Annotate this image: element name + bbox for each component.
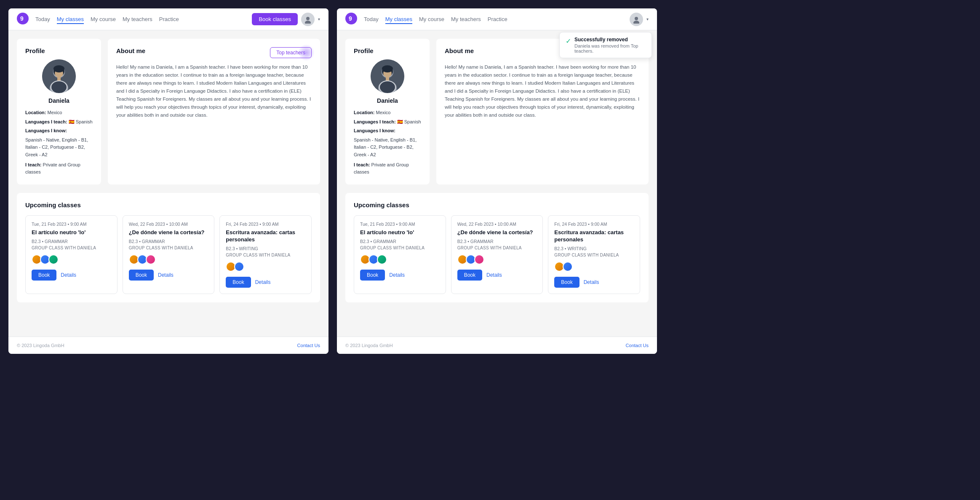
details-link[interactable]: Details xyxy=(158,272,174,278)
profile-name: Daniela xyxy=(354,97,421,104)
class-item: Fri, 24 Feb 2023 • 9:00 AMEscritura avan… xyxy=(548,215,640,294)
class-name: El artículo neutro 'lo' xyxy=(32,229,111,236)
book-class-button[interactable]: Book xyxy=(129,270,154,281)
about-text: Hello! My name is Daniela, I am a Spanis… xyxy=(116,63,312,119)
class-date: Fri, 24 Feb 2023 • 9:00 AM xyxy=(554,222,634,227)
toast-body: Successfully removedDaniela was removed … xyxy=(574,37,646,53)
toast-message: Daniela was removed from Top teachers. xyxy=(574,43,646,53)
book-classes-button[interactable]: Book classes xyxy=(252,13,298,25)
about-title: About me xyxy=(445,47,474,54)
about-text: Hello! My name is Daniela, I am a Spanis… xyxy=(445,63,640,119)
class-level: B2.3 • GRAMMAR xyxy=(457,239,537,244)
languages-know-value: Spanish - Native, English - B1, Italian … xyxy=(354,136,421,159)
user-avatar[interactable] xyxy=(301,13,315,26)
i-teach-label: I teach: xyxy=(25,162,42,167)
upcoming-classes-title: Upcoming classes xyxy=(354,201,640,209)
top-teachers-button[interactable]: Top teachers xyxy=(270,47,312,58)
book-class-button[interactable]: Book xyxy=(360,270,385,281)
class-actions: BookDetails xyxy=(457,270,537,281)
svg-point-3 xyxy=(305,21,311,24)
nav-link-today[interactable]: Today xyxy=(364,14,379,24)
svg-text:9: 9 xyxy=(20,15,24,22)
nav-right: Book classes▾ xyxy=(252,13,320,26)
student-avatar xyxy=(146,254,156,265)
location-label: Location: xyxy=(25,110,46,115)
nav-link-my-classes[interactable]: My classes xyxy=(57,14,84,24)
class-type: GROUP CLASS WITH DANIELA xyxy=(226,253,305,257)
profile-avatar-wrapper xyxy=(354,59,421,93)
profile-avatar-wrapper xyxy=(25,59,93,93)
contact-us-link[interactable]: Contact Us xyxy=(297,343,320,348)
languages-know-value: Spanish - Native, English - B1, Italian … xyxy=(25,136,93,159)
nav-link-my-course[interactable]: My course xyxy=(91,14,116,24)
about-card-header: About meTop teachers xyxy=(116,47,312,58)
chevron-down-icon[interactable]: ▾ xyxy=(318,17,320,21)
class-avatars xyxy=(226,262,305,272)
class-avatars xyxy=(554,262,634,272)
class-date: Tue, 21 Feb 2023 • 9:00 AM xyxy=(360,222,440,227)
class-type: GROUP CLASS WITH DANIELA xyxy=(360,246,440,250)
book-class-button[interactable]: Book xyxy=(226,277,251,288)
contact-us-link[interactable]: Contact Us xyxy=(626,343,649,348)
nav-right: ▾ xyxy=(630,13,649,26)
details-link[interactable]: Details xyxy=(61,272,76,278)
details-link[interactable]: Details xyxy=(486,272,502,278)
classes-row: Tue, 21 Feb 2023 • 9:00 AMEl artículo ne… xyxy=(25,215,312,294)
chevron-down-icon[interactable]: ▾ xyxy=(646,17,649,21)
avatar xyxy=(42,59,76,93)
profile-card: Profile Daniela Location: Mexico Languag… xyxy=(345,39,430,184)
svg-point-14 xyxy=(51,81,67,93)
nav-link-today[interactable]: Today xyxy=(35,14,50,24)
profile-card: Profile Daniela Location: Mexico Languag… xyxy=(17,39,101,184)
class-item: Fri, 24 Feb 2023 • 9:00 AMEscritura avan… xyxy=(219,215,312,294)
class-avatars xyxy=(32,254,111,265)
details-link[interactable]: Details xyxy=(255,279,271,285)
location-label: Location: xyxy=(354,110,375,115)
class-item: Wed, 22 Feb 2023 • 10:00 AM¿De dónde vie… xyxy=(123,215,215,294)
footer: © 2023 Lingoda GmbHContact Us xyxy=(8,337,328,354)
nav-link-my-teachers[interactable]: My teachers xyxy=(451,14,481,24)
student-avatar xyxy=(377,254,387,265)
class-level: B2.3 • WRITING xyxy=(226,246,305,251)
nav-links: TodayMy classesMy courseMy teachersPract… xyxy=(35,14,245,24)
class-name: Escritura avanzada: cartas personales xyxy=(226,229,305,243)
app-container: 9 TodayMy classesMy courseMy teachersPra… xyxy=(0,0,980,362)
book-class-button[interactable]: Book xyxy=(32,270,56,281)
main-content: Profile Daniela Location: Mexico Languag… xyxy=(337,30,657,337)
user-avatar[interactable] xyxy=(630,13,643,26)
about-title: About me xyxy=(116,47,145,54)
footer-copyright: © 2023 Lingoda GmbH xyxy=(17,343,64,348)
class-actions: BookDetails xyxy=(226,277,305,288)
toast-title: Successfully removed xyxy=(574,37,646,43)
svg-text:9: 9 xyxy=(349,15,352,22)
class-date: Wed, 22 Feb 2023 • 10:00 AM xyxy=(457,222,537,227)
nav-link-my-course[interactable]: My course xyxy=(419,14,444,24)
class-name: ¿De dónde viene la cortesía? xyxy=(129,229,208,236)
class-type: GROUP CLASS WITH DANIELA xyxy=(554,253,634,257)
nav-link-my-teachers[interactable]: My teachers xyxy=(123,14,152,24)
i-teach-label: I teach: xyxy=(354,162,370,167)
details-link[interactable]: Details xyxy=(584,279,599,285)
location-value: Mexico xyxy=(48,110,62,115)
nav-link-my-classes[interactable]: My classes xyxy=(385,14,412,24)
book-class-button[interactable]: Book xyxy=(457,270,482,281)
details-link[interactable]: Details xyxy=(389,272,405,278)
lingoda-logo[interactable]: 9 xyxy=(17,13,29,26)
svg-point-12 xyxy=(54,67,64,72)
svg-rect-28 xyxy=(386,77,389,80)
profile-name: Daniela xyxy=(25,97,93,104)
footer: © 2023 Lingoda GmbHContact Us xyxy=(337,337,657,354)
book-class-button[interactable]: Book xyxy=(554,277,579,288)
class-name: ¿De dónde viene la cortesía? xyxy=(457,229,537,236)
nav-links: TodayMy classesMy courseMy teachersPract… xyxy=(364,14,623,24)
languages-teach-label: Languages I teach: xyxy=(25,119,67,124)
class-item: Tue, 21 Feb 2023 • 9:00 AMEl artículo ne… xyxy=(25,215,117,294)
languages-teach-label: Languages I teach: xyxy=(354,119,396,124)
svg-point-17 xyxy=(635,17,638,20)
classes-row: Tue, 21 Feb 2023 • 9:00 AMEl artículo ne… xyxy=(354,215,640,294)
lingoda-logo[interactable]: 9 xyxy=(345,13,357,26)
screen-1: 9 TodayMy classesMy courseMy teachersPra… xyxy=(337,8,657,354)
nav-link-practice[interactable]: Practice xyxy=(488,14,507,24)
class-level: B2.3 • GRAMMAR xyxy=(360,239,440,244)
nav-link-practice[interactable]: Practice xyxy=(159,14,179,24)
